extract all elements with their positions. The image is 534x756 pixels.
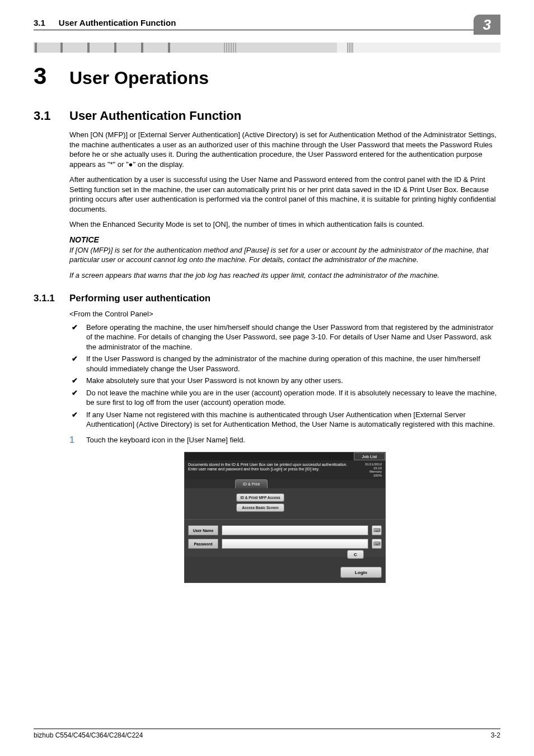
section-paragraph-3: When the Enhanced Security Mode is set t… — [69, 220, 500, 230]
section-paragraph-2: After authentication by a user is succes… — [69, 175, 500, 214]
prerequisite-list: Before operating the machine, the user h… — [69, 323, 500, 430]
status-meta: 31/11/2012 15:10 Memory 100% — [352, 463, 382, 477]
status-memory-label: Memory — [352, 470, 382, 474]
section-number: 3.1 — [34, 109, 69, 123]
access-basic-screen-button[interactable]: Access Basic Screen — [236, 503, 284, 512]
password-label: Password — [188, 539, 218, 549]
user-name-label: User Name — [188, 525, 218, 535]
login-screen-figure: Job List Documents stored in the ID & Pr… — [184, 452, 386, 583]
decorative-stripe — [34, 43, 500, 53]
footer-page-number: 3-2 — [491, 731, 500, 739]
bullet-item: Before operating the machine, the user h… — [69, 323, 500, 352]
keyboard-icon[interactable]: ⌨ — [372, 525, 382, 535]
step-number: 1 — [69, 435, 86, 445]
login-button[interactable]: Login — [340, 567, 382, 578]
bullet-item: Make absolutely sure that your User Pass… — [69, 376, 500, 386]
notice-paragraph-1: If [ON (MFP)] is set for the authenticat… — [69, 245, 500, 265]
notice-paragraph-2: If a screen appears that warns that the … — [69, 270, 500, 281]
chapter-title: User Operations — [69, 68, 209, 88]
login-instruction-text: Documents stored in the ID & Print User … — [188, 463, 352, 477]
step-text: Touch the keyboard icon in the [User Nam… — [86, 435, 245, 445]
password-input[interactable] — [222, 539, 368, 549]
from-control-panel-label: <From the Control Panel> — [69, 310, 500, 318]
header-section-number: 3.1 — [34, 18, 45, 27]
user-name-input[interactable] — [222, 525, 368, 535]
subsection-title: Performing user authentication — [69, 293, 210, 304]
subsection-number: 3.1.1 — [34, 293, 69, 304]
header-section-title: User Authentication Function — [59, 18, 500, 27]
chapter-number: 3 — [34, 63, 69, 90]
bullet-item: If the User Password is changed by the a… — [69, 354, 500, 374]
status-memory-percent: 100% — [352, 474, 382, 478]
clear-button[interactable]: C — [347, 550, 364, 559]
footer-model: bizhub C554/C454/C364/C284/C224 — [34, 731, 143, 739]
id-and-print-tab[interactable]: ID & Print — [235, 479, 268, 488]
keyboard-icon[interactable]: ⌨ — [372, 539, 382, 549]
chapter-corner-tab: 3 — [474, 15, 500, 35]
status-time: 15:10 — [352, 466, 382, 470]
status-date: 31/11/2012 — [352, 463, 382, 466]
section-title: User Authentication Function — [69, 109, 241, 123]
bullet-item: Do not leave the machine while you are i… — [69, 388, 500, 408]
bullet-item: If any User Name not registered with thi… — [69, 410, 500, 430]
job-list-button[interactable]: Job List — [354, 452, 385, 460]
id-print-mfp-access-button[interactable]: ID & Print/ MFP Access — [236, 493, 284, 502]
section-paragraph-1: When [ON (MFP)] or [External Server Auth… — [69, 130, 500, 169]
notice-label: NOTICE — [69, 235, 500, 244]
